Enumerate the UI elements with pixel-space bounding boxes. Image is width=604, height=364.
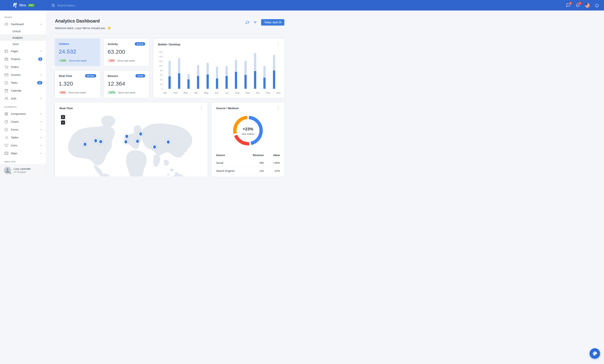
stat-period-label: Since last week [118,91,135,94]
filter-icon[interactable] [253,20,257,24]
pie-chart-icon [4,120,8,124]
sidebar-item-forms[interactable]: Forms [0,126,46,134]
stat-period-label: Since last week [117,59,135,62]
online-status-dot [9,172,11,174]
source-cell: Search Engines [216,167,246,175]
layout-icon [4,49,8,53]
stat-period-pill[interactable]: Yearly [135,74,145,77]
sidebar-item-orders[interactable]: Orders [0,63,46,71]
stat-value: 12.364 [108,80,145,87]
brand-name: Mira [19,3,26,7]
chevron-down-icon [39,120,42,123]
x-tick: May [203,92,209,94]
y-tick: 160 [159,51,163,53]
sidebar-item-label: Tasks [11,81,35,84]
map-marker[interactable] [100,140,102,143]
sidebar-item-label: Calendar [11,89,42,92]
realtime-map-card: Real-Time + − [55,102,207,176]
brand[interactable]: Mira PRO [0,3,46,8]
chevron-down-icon [39,113,42,115]
bar-jan [166,52,173,89]
check-square-icon [4,81,8,85]
calendar-icon [4,89,8,92]
sidebar-nav: PAGESDashboardDefaultAnalyticsSaaSPagesP… [0,11,46,164]
map-zoom-in-button[interactable]: + [61,115,65,119]
y-tick: 60 [160,74,163,76]
kebab-menu-icon[interactable] [277,43,280,46]
x-tick: Sep [244,92,251,94]
page-title: Analytics Dashboard [55,18,111,24]
bar-may [204,52,211,89]
map-marker[interactable] [136,140,139,143]
sidebar-item-dashboard[interactable]: Dashboard [0,20,46,28]
mobile-desktop-card: Mobile / Desktop 020406080100120140160 J… [153,39,284,98]
map-marker[interactable] [167,140,170,144]
sidebar-subitem-default[interactable]: Default [0,28,46,35]
sidebar-user[interactable]: Lucy Lavender UX Designer [0,164,46,176]
map-card-title: Real-Time [60,107,73,110]
x-tick: Feb [172,92,178,94]
sidebar-item-tables[interactable]: Tables [0,134,46,141]
sidebar-section-label: PAGES [0,13,46,20]
stat-delta-badge: +14% [59,59,67,63]
bar-oct [252,52,258,89]
donut-center-value: +23% [243,127,253,132]
sidebar-item-charts[interactable]: Charts [0,118,46,126]
stat-title: Activity [108,42,118,46]
sidebar-item-label: Dashboard [11,23,37,26]
sidebar-subitem-saas[interactable]: SaaS [0,41,46,47]
sidebar-item-label: Tables [11,136,37,139]
sidebar-item-calendar[interactable]: Calendar [0,87,46,95]
map-marker[interactable] [125,140,127,144]
sidebar-badge: 17 [37,81,42,84]
sidebar-item-auth[interactable]: Auth [0,95,46,102]
map-marker[interactable] [139,132,142,136]
refresh-icon[interactable] [246,21,249,24]
sidebar-item-pages[interactable]: Pages [0,47,46,55]
map-marker[interactable] [94,139,97,142]
stat-period-pill[interactable]: Monthly [85,74,96,77]
sidebar-item-invoices[interactable]: Invoices [0,71,46,79]
sidebar-item-tasks[interactable]: Tasks17 [0,79,46,87]
x-tick: Jan [162,92,168,94]
sidebar-item-label: Orders [11,65,42,68]
bar-dec [271,52,277,89]
stat-value: 63.200 [108,49,145,55]
map-marker[interactable] [153,145,156,149]
top-navbar: Mira PRO 3 7 [0,0,293,11]
map-marker[interactable] [125,135,128,138]
date-range-button[interactable]: Today: April 29 [261,19,284,25]
sidebar-item-projects[interactable]: Projects8 [0,55,46,63]
sidebar-badge: 8 [38,57,42,61]
stat-period-pill[interactable]: Annual [135,42,145,46]
sidebar-item-components[interactable]: Components [0,110,46,118]
table-row: Search Engines125-12% [216,167,280,175]
table-header: Value [264,152,280,159]
credit-card-icon [4,73,8,77]
sidebar-subitem-analytics[interactable]: Analytics [0,35,46,41]
map-zoom-out-button[interactable]: − [61,120,65,125]
user-name: Lucy Lavender [13,167,31,170]
search-input[interactable] [57,4,106,7]
stat-delta-badge: -18% [59,91,66,94]
sidebar-item-label: Icons [11,144,37,147]
revenue-cell: 125 [246,167,264,175]
search-bar [51,3,293,7]
stat-period-label: Since last week [69,59,87,62]
search-icon[interactable] [51,3,55,7]
bar-mar [185,52,192,89]
source-cell: Direct [216,175,246,176]
map-icon [4,151,8,155]
sidebar-item-icons[interactable]: Icons [0,141,46,149]
sidebar-item-maps[interactable]: Maps [0,149,46,157]
x-tick: Aug [234,92,240,94]
x-tick: Oct [255,92,261,94]
kebab-menu-icon[interactable] [200,107,203,110]
stat-title: Real-Time [59,74,72,77]
kebab-menu-icon[interactable] [277,107,280,110]
briefcase-icon [4,57,8,61]
x-tick: Jul [224,92,230,94]
map-marker[interactable] [84,143,87,146]
chart-title: Mobile / Desktop [158,43,180,46]
bar-aug [233,52,239,89]
